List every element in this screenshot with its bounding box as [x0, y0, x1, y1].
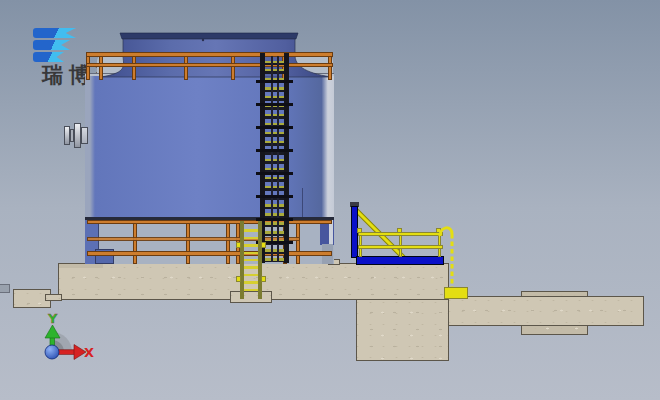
slab-strip: [45, 294, 62, 301]
ladder-handle: [261, 242, 266, 248]
platform-mid-rail: [358, 245, 443, 249]
slab-step: [59, 264, 103, 268]
y-axis-arrowhead: [45, 325, 60, 338]
body-panel-seam: [302, 188, 303, 218]
anchor-plate: [444, 287, 468, 299]
cad-viewport[interactable]: 瑞博环保: [0, 0, 660, 400]
origin-sphere: [45, 345, 59, 359]
guardrail-post: [296, 221, 300, 264]
body-bottom-seam: [85, 217, 334, 220]
company-logo-mark-icon: [33, 28, 83, 64]
tower-body: [85, 76, 334, 218]
guardrail-bottom-rail: [87, 251, 332, 256]
viewport-edge-tab: [0, 284, 10, 293]
x-axis-label: X: [84, 345, 94, 360]
rail-finial: [357, 228, 362, 233]
guardrail-mid-rail: [86, 63, 333, 67]
flange-disc: [74, 123, 81, 148]
ladder-rail: [240, 221, 244, 299]
logo-stripe: [33, 40, 70, 50]
guardrail-post: [133, 221, 137, 264]
rail-finial: [397, 228, 402, 233]
y-axis-label: Y: [47, 311, 58, 326]
guardrail-top-rail: [87, 220, 332, 224]
ladder-rail: [258, 221, 262, 299]
platform-deck: [356, 256, 444, 265]
ladder-handle: [261, 276, 266, 282]
ladder-rungs: [244, 224, 258, 296]
logo-stripe: [33, 28, 76, 38]
coordinate-triad-icon[interactable]: Y X: [16, 306, 100, 378]
guardrail-post: [226, 221, 230, 264]
ladder-handle: [236, 242, 241, 248]
foundation-beam: [448, 296, 644, 326]
guardrail-top-rail: [86, 52, 333, 57]
guardrail-post: [186, 221, 190, 264]
ladder-handle: [236, 276, 241, 282]
flange-pipe: [81, 127, 88, 144]
foundation-pier: [356, 298, 449, 361]
